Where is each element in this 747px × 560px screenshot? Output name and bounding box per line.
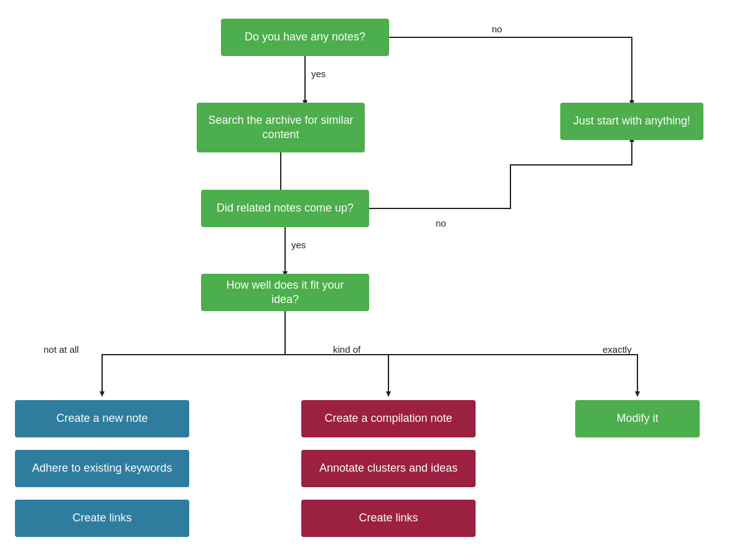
new-note-node: Create a new note [15, 400, 189, 437]
compilation-node: Create a compilation note [301, 400, 476, 437]
svg-marker-9 [386, 391, 391, 397]
label-not-at-all: not at all [44, 344, 79, 355]
links-left-node: Create links [15, 500, 189, 537]
links-mid-node: Create links [301, 500, 476, 537]
existing-keywords-node: Adhere to existing keywords [15, 450, 189, 487]
have-notes-node: Do you have any notes? [221, 19, 389, 56]
just-start-node: Just start with anything! [560, 103, 703, 140]
annotate-node: Annotate clusters and ideas [301, 450, 476, 487]
how-well-node: How well does it fit your idea? [201, 274, 369, 311]
svg-marker-8 [100, 391, 105, 397]
label-kind-of: kind of [333, 344, 360, 355]
label-exactly: exactly [603, 344, 632, 355]
modify-node: Modify it [575, 400, 700, 437]
search-archive-node: Search the archive for similar content [197, 103, 365, 152]
flowchart: Do you have any notes? Search the archiv… [0, 0, 747, 560]
svg-marker-10 [635, 391, 640, 397]
label-yes2: yes [291, 240, 306, 250]
related-notes-node: Did related notes come up? [201, 190, 369, 227]
label-no2: no [436, 218, 446, 228]
label-no1: no [492, 24, 502, 34]
label-yes1: yes [311, 68, 326, 79]
